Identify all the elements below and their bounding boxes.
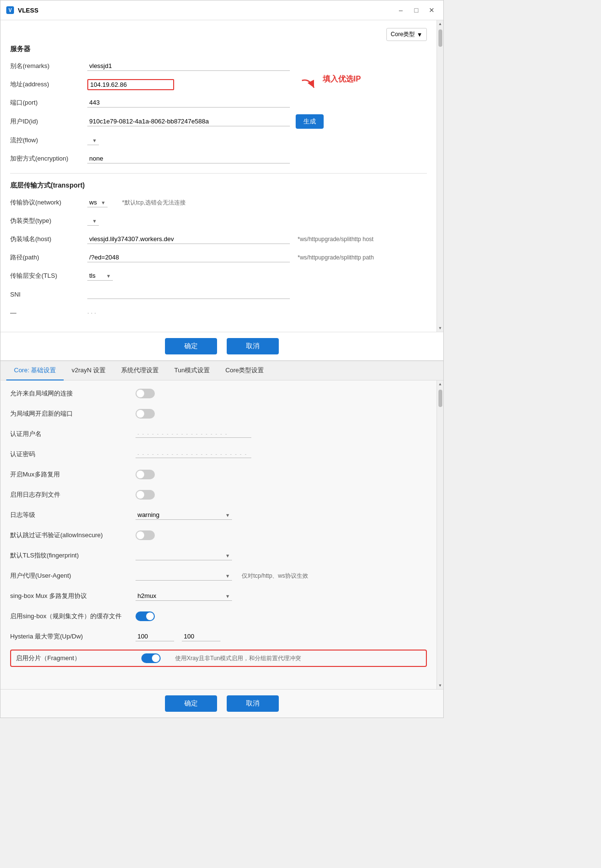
network-select[interactable]: ws tcp — [87, 198, 108, 207]
bottom-content: 允许来自局域网的连接 为局域网开启新的端口 认证用户名 认证密码 — [0, 380, 437, 689]
window-title: VLESS — [18, 7, 395, 14]
path-input[interactable] — [87, 253, 290, 262]
path-row: 路径(path) *ws/httpupgrade/splithttp path — [10, 251, 427, 264]
address-row: 地址(address) 填入优选IP — [10, 78, 427, 91]
setting-auth-username: 认证用户名 — [10, 427, 427, 441]
log-level-select[interactable]: warning debug info error none — [136, 510, 232, 520]
toggle-allow-insecure[interactable] — [136, 530, 155, 540]
encryption-label: 加密方式(encryption) — [10, 154, 87, 163]
core-type-select[interactable]: Core类型 ▼ — [386, 28, 427, 41]
toggle-lan-port[interactable] — [136, 409, 155, 419]
port-input[interactable] — [87, 98, 290, 108]
scroll-up-arrow[interactable]: ▲ — [437, 20, 444, 27]
address-input[interactable] — [87, 79, 174, 90]
remarks-label: 别名(remarks) — [10, 62, 87, 70]
label-tls-fingerprint: 默认TLS指纹(fingerprint) — [10, 551, 136, 560]
toggle-fragment[interactable] — [141, 653, 161, 663]
annotation-arrow-icon — [300, 78, 319, 93]
tab-tun-mode[interactable]: Tun模式设置 — [166, 361, 218, 380]
tab-core-basic[interactable]: Core: 基础设置 — [6, 361, 64, 380]
hysteria-dw-input[interactable] — [182, 632, 220, 641]
generate-button[interactable]: 生成 — [296, 114, 324, 129]
transport-section: 底层传输方式(transport) 传输协议(network) ws tcp ▼… — [10, 181, 427, 319]
auth-password-input[interactable] — [136, 450, 251, 458]
sni-input[interactable] — [87, 289, 290, 299]
top-pane-scrollbar[interactable]: ▲ ▼ — [437, 20, 443, 332]
type-select[interactable] — [87, 216, 99, 226]
tab-v2rayn[interactable]: v2rayN 设置 — [64, 361, 113, 380]
bottom-pane-scrollbar[interactable]: ▲ ▼ — [437, 380, 443, 689]
core-type-caret: ▼ — [417, 31, 423, 38]
bottom-scroll-thumb[interactable] — [438, 390, 442, 407]
network-label: 传输协议(network) — [10, 198, 87, 207]
user-agent-select[interactable] — [136, 571, 232, 581]
toggle-lan-connections[interactable] — [136, 389, 155, 398]
label-user-agent: 用户代理(User-Agent) — [10, 571, 136, 580]
setting-auth-password: 认证密码 — [10, 447, 427, 461]
network-note: *默认tcp,选错会无法连接 — [122, 199, 186, 207]
sni-label: SNI — [10, 291, 87, 298]
tls-fingerprint-wrapper: ▼ — [136, 551, 232, 560]
tls-dropdown-wrapper: tls none ▼ — [87, 271, 113, 281]
scroll-thumb[interactable] — [438, 29, 442, 47]
singbox-mux-select[interactable]: h2mux smux yamux — [136, 591, 232, 601]
annotation-text: 填入优选IP — [323, 74, 361, 84]
tls-fingerprint-select[interactable] — [136, 551, 232, 560]
bottom-scroll-up-arrow[interactable]: ▲ — [437, 380, 444, 388]
more-label: — — [10, 309, 87, 316]
bottom-action-buttons: 确定 取消 — [0, 689, 443, 718]
tls-select[interactable]: tls none — [87, 271, 113, 281]
type-dropdown-wrapper: ▼ — [87, 216, 99, 226]
encryption-row: 加密方式(encryption) — [10, 152, 427, 165]
bottom-confirm-button[interactable]: 确定 — [165, 695, 217, 712]
remarks-input[interactable] — [87, 61, 290, 71]
user-agent-note: 仅对tcp/http、ws协议生效 — [242, 572, 308, 580]
toggle-mux[interactable] — [136, 470, 155, 479]
window-controls: – □ ✕ — [395, 4, 437, 16]
toggle-log-file[interactable] — [136, 490, 155, 500]
setting-fragment-row: 启用分片（Fragment） 使用Xray且非Tun模式启用，和分组前置代理冲突 — [10, 650, 427, 667]
setting-user-agent: 用户代理(User-Agent) ▼ 仅对tcp/http、ws协议生效 — [10, 569, 427, 583]
more-row: — · · · — [10, 306, 427, 319]
port-label: 端口(port) — [10, 98, 87, 107]
fill-ip-annotation: 填入优选IP — [300, 74, 361, 93]
host-input[interactable] — [87, 234, 290, 244]
core-type-label: Core类型 — [391, 30, 415, 39]
tab-core-type[interactable]: Core类型设置 — [218, 361, 272, 380]
userid-input[interactable] — [87, 117, 290, 126]
label-singbox-mux: sing-box Mux 多路复用协议 — [10, 592, 136, 600]
singbox-mux-wrapper: h2mux smux yamux ▼ — [136, 591, 232, 601]
bottom-scroll-down-arrow[interactable]: ▼ — [437, 682, 444, 689]
port-row: 端口(port) — [10, 96, 427, 109]
flow-select[interactable] — [87, 136, 99, 145]
hysteria-inputs — [136, 632, 220, 641]
scroll-thumb-area — [437, 27, 443, 325]
label-log-level: 日志等级 — [10, 511, 136, 519]
label-mux: 开启Mux多路复用 — [10, 470, 136, 479]
network-row: 传输协议(network) ws tcp ▼ *默认tcp,选错会无法连接 — [10, 196, 427, 209]
hysteria-up-input[interactable] — [136, 632, 174, 641]
top-confirm-button[interactable]: 确定 — [165, 338, 217, 354]
maximize-button[interactable]: □ — [410, 4, 422, 16]
top-pane-container: Core类型 ▼ 服务器 别名(remarks) 地址(address) — [0, 20, 443, 332]
app-icon: V — [6, 6, 14, 14]
user-agent-wrapper: ▼ — [136, 571, 232, 581]
setting-tls-fingerprint: 默认TLS指纹(fingerprint) ▼ — [10, 548, 427, 563]
label-auth-password: 认证密码 — [10, 450, 136, 459]
top-cancel-button[interactable]: 取消 — [227, 338, 279, 354]
toggle-singbox-cache[interactable] — [136, 611, 155, 621]
host-row: 伪装域名(host) *ws/httpupgrade/splithttp hos… — [10, 232, 427, 246]
setting-singbox-cache: 启用sing-box（规则集文件）的缓存文件 — [10, 609, 427, 624]
auth-username-input[interactable] — [136, 430, 251, 438]
minimize-button[interactable]: – — [395, 4, 407, 16]
encryption-input[interactable] — [87, 154, 290, 163]
tls-row: 传输层安全(TLS) tls none ▼ — [10, 269, 427, 283]
scroll-down-arrow[interactable]: ▼ — [437, 325, 444, 332]
close-button[interactable]: ✕ — [426, 4, 437, 16]
label-hysteria: Hysteria 最大带宽(Up/Dw) — [10, 632, 136, 641]
bottom-cancel-button[interactable]: 取消 — [227, 695, 279, 712]
top-pane-buttons: 确定 取消 — [0, 332, 443, 360]
sni-row: SNI — [10, 287, 427, 301]
fragment-note: 使用Xray且非Tun模式启用，和分组前置代理冲突 — [175, 654, 301, 663]
tab-system-proxy[interactable]: 系统代理设置 — [113, 361, 166, 380]
